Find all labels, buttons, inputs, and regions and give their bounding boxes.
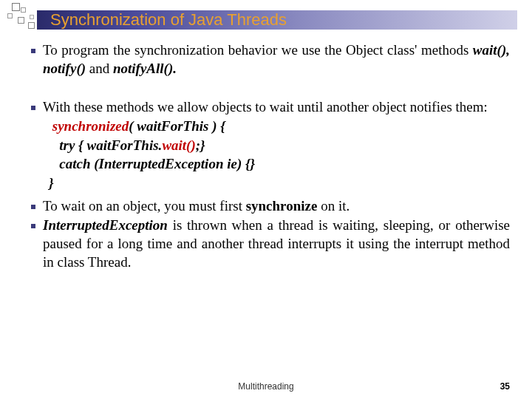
text: on it. — [317, 198, 349, 214]
decor-square — [30, 15, 34, 19]
bullet-text: InterruptedException is thrown when a th… — [43, 216, 510, 271]
bullet-text: With these methods we allow objects to w… — [43, 98, 510, 117]
keyword: synchronize — [246, 198, 318, 214]
code-line: catch (InterruptedException ie) {} — [49, 154, 510, 174]
bullet-item: To program the synchronization behavior … — [31, 41, 510, 78]
code-line: } — [49, 174, 510, 193]
bullet-icon — [31, 49, 35, 53]
bullet-item: To wait on an object, you must first syn… — [31, 197, 510, 216]
code-block: synchronized( waitForThis ) { try { wait… — [49, 117, 510, 193]
decor-square — [7, 13, 13, 18]
slide-title: Synchronization of Java Threads — [50, 10, 287, 30]
keyword-synchronized: synchronized — [52, 118, 129, 134]
bullet-icon — [31, 224, 35, 228]
slide-content: To program the synchronization behavior … — [31, 37, 510, 362]
code-line: synchronized( waitForThis ) { — [49, 117, 510, 136]
bullet-item: With these methods we allow objects to w… — [31, 98, 510, 117]
code-text: ;} — [196, 137, 205, 153]
bullet-icon — [31, 205, 35, 209]
bullet-text: To program the synchronization behavior … — [43, 41, 510, 78]
code-text: try { waitForThis. — [49, 137, 162, 153]
text: To wait on an object, you must first — [43, 198, 246, 214]
bullet-item: InterruptedException is thrown when a th… — [31, 216, 510, 271]
text: and — [86, 61, 113, 76]
decor-square — [21, 7, 26, 13]
method-name: notifyAll(). — [113, 61, 177, 76]
decor-square — [12, 3, 20, 11]
keyword-wait: wait() — [162, 137, 195, 153]
code-line: try { waitForThis.wait();} — [49, 136, 510, 155]
bullet-text: To wait on an object, you must first syn… — [43, 197, 510, 216]
class-name: InterruptedException — [43, 217, 168, 233]
footer-text: Multithreading — [0, 381, 532, 392]
code-text: ( waitForThis ) { — [129, 118, 225, 134]
bullet-icon — [31, 106, 35, 110]
title-bar: Synchronization of Java Threads — [37, 10, 517, 30]
decor-square — [18, 17, 24, 24]
text: To program the synchronization behavior … — [43, 42, 473, 58]
decor-square — [28, 22, 35, 29]
page-number: 35 — [500, 381, 510, 392]
